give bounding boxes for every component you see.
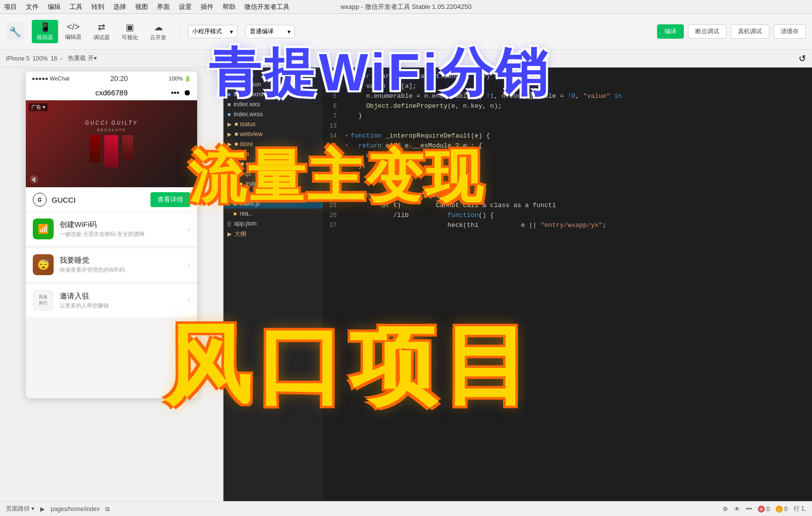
file-item-indexjs[interactable]: ■ index.js: [223, 70, 323, 79]
phone-nav-dots[interactable]: •••: [171, 88, 179, 97]
fold-20[interactable]: ▾: [343, 191, 351, 201]
compile-dropdown-label: 普通编译: [250, 27, 274, 36]
phone-frame: ●●●●● WeChat 20:20 100% 🔋 cxd66789 ••• ⏺…: [26, 72, 197, 398]
menu-item-view[interactable]: 视图: [135, 2, 148, 11]
file-outline[interactable]: ▶ 大纲: [223, 228, 323, 240]
code-16: default: e: [351, 151, 812, 161]
code-line-15: 15 ▾ return e && e.__esModule ? e : {: [323, 141, 812, 151]
file-folder-status[interactable]: ▶ ■ status: [223, 119, 323, 129]
second-toolbar: iPhone 5 100% 16 - 热重载 开▾ ↺: [0, 50, 812, 68]
folder-icon-store: ▶: [227, 141, 231, 147]
file-folder-store[interactable]: ▶ ■ store: [223, 139, 323, 149]
cloud-icon: ☁: [154, 22, 163, 33]
code-line-13: 13: [323, 121, 812, 131]
file-name: index.js: [234, 71, 254, 78]
menu-item-title-sleep: 我要睡觉: [60, 256, 182, 265]
file-name-rea: rea...: [240, 210, 253, 217]
file-name: index.json: [234, 81, 261, 88]
mode-dropdown-label: 小程序模式: [192, 27, 222, 36]
menu-item-settings[interactable]: 设置: [179, 2, 192, 11]
file-appjson[interactable]: {} app.json: [223, 219, 323, 228]
code-4: var n = t[a];: [351, 81, 812, 91]
menu-item-invite[interactable]: 风鱼前行 邀请入驻 让更多的人帮您赚钱 ›: [26, 284, 197, 320]
file-item-indexwxss[interactable]: ■ index.wxss: [223, 109, 323, 119]
editor-icon: </>: [67, 22, 79, 32]
file-item-indexjson[interactable]: {} index.json: [223, 79, 323, 89]
clear-cache-button[interactable]: 清缓存: [773, 24, 806, 39]
phone-nav-right: ••• ⏺: [171, 88, 191, 97]
wxss-file-icon: ■: [227, 111, 231, 117]
code-line-3: 3 ▾ for (var a = 0; a < t.length; a++) {: [323, 72, 812, 81]
code-5: n.enumerable = n.enumerable || !1, n.con…: [351, 91, 812, 101]
refresh-button[interactable]: ↺: [799, 53, 806, 64]
file-utils-indexjs[interactable]: ■ index.js: [223, 199, 323, 209]
js-icon-qs-index: ■: [239, 181, 243, 187]
simulator-button[interactable]: 📱 模拟器: [32, 20, 58, 43]
compile-button[interactable]: 编译: [657, 24, 684, 39]
file-folder-components[interactable]: ▶ ■ components: [223, 159, 323, 169]
line-num-15: 15: [323, 141, 343, 151]
menu-item-wechat-tools[interactable]: 微信开发者工具: [244, 2, 290, 11]
line-num-7: 7: [323, 111, 343, 121]
main-content: ●●●●● WeChat 20:20 100% 🔋 cxd66789 ••• ⏺…: [0, 68, 812, 501]
file-folder-qs[interactable]: ▾ ■ qs: [223, 169, 323, 179]
file-folder-utils[interactable]: ▾ ■ utils: [223, 149, 323, 159]
menu-item-wifi[interactable]: 📶 创建WiFi码 一键连接·无需告知密码·安全防蹭网 ›: [26, 213, 197, 248]
file-qs-indexjs[interactable]: ■ index.js: [223, 179, 323, 189]
device-zoom[interactable]: 100%: [32, 55, 48, 62]
ad-sub-text: ABSOLUTE: [85, 128, 138, 132]
simulator-panel: ●●●●● WeChat 20:20 100% 🔋 cxd66789 ••• ⏺…: [0, 68, 223, 501]
more-icon[interactable]: •••: [746, 506, 752, 513]
file-item-indexwxml[interactable]: ■ index.wxml: [223, 89, 323, 99]
fold-15[interactable]: ▾: [343, 141, 351, 151]
menu-item-edit[interactable]: 编辑: [48, 2, 61, 11]
menu-item-select[interactable]: 选择: [113, 2, 126, 11]
code-line-16: 16 default: e: [323, 151, 812, 161]
menu-item-title-wifi: 创建WiFi码: [60, 220, 182, 229]
menu-item-plugins[interactable]: 插件: [201, 2, 214, 11]
real-device-button[interactable]: 真机调试: [731, 24, 769, 39]
line-num-4: 4: [323, 81, 343, 91]
file-qs-trimjs[interactable]: ■ trim.js: [223, 189, 323, 199]
js-icon-rea: ■: [233, 211, 237, 217]
code-line-4: 4 var n = t[a];: [323, 81, 812, 91]
fold-14[interactable]: ▾: [343, 131, 351, 141]
visualize-button[interactable]: ▣ 可视化: [117, 20, 143, 43]
file-utils-rea[interactable]: ■ rea...: [223, 209, 323, 219]
settings-icon[interactable]: ⚙: [723, 506, 728, 513]
phone-nav-record[interactable]: ⏺: [183, 88, 191, 97]
current-path: pages/home/index: [51, 506, 99, 513]
debugger-button[interactable]: ⇄ 调试器: [88, 20, 115, 43]
editor-button[interactable]: </> 编辑器: [60, 20, 86, 43]
code-14: function _interopRequireDefault(e) {: [351, 131, 812, 141]
fold-3[interactable]: ▾: [343, 72, 351, 81]
menu-item-project[interactable]: 项目: [4, 2, 17, 11]
code-line-27: 27 heck(thi e || "entry/wxapp/yx";: [323, 221, 812, 230]
preview-button[interactable]: 断点调试: [688, 24, 727, 39]
mode-dropdown[interactable]: 小程序模式 ▾: [188, 25, 237, 38]
eye-icon[interactable]: 👁: [734, 506, 740, 513]
copy-icon[interactable]: ⧉: [105, 506, 110, 513]
status-bar-right: ⚙ 👁 ••• ⊗ 0 △ 0 行 1,: [723, 505, 806, 513]
ad-mute-icon[interactable]: 🔇: [30, 175, 38, 183]
menu-bar: 项目 文件 编辑 工具 转到 选择 视图 界面 设置 插件 帮助 微信开发者工具…: [0, 0, 812, 14]
ad-image-area: GUCCI GUILTY ABSOLUTE: [26, 100, 197, 187]
hot-reload-toggle[interactable]: 热重载 开▾: [68, 54, 96, 63]
mode-dropdown-arrow: ▾: [230, 28, 233, 35]
breadcrumb-label[interactable]: 页面路径 ▾: [6, 505, 34, 513]
code-7: }: [351, 111, 812, 121]
file-item-indexwxs[interactable]: ■ index.wxs: [223, 99, 323, 109]
menu-item-help[interactable]: 帮助: [222, 2, 235, 11]
line-num-27: 27: [323, 221, 343, 230]
menu-item-interface[interactable]: 界面: [157, 2, 170, 11]
file-folder-webview[interactable]: ▶ ■ webview: [223, 129, 323, 139]
menu-item-sleep[interactable]: 😴 我要睡觉 快速查看并管理您的WiFi码 ›: [26, 248, 197, 284]
folder-icon-qs: ▾: [233, 171, 236, 177]
menu-item-file[interactable]: 文件: [26, 2, 39, 11]
menu-item-goto[interactable]: 转到: [91, 2, 104, 11]
menu-item-tools[interactable]: 工具: [70, 2, 82, 11]
detail-button[interactable]: 查看详情: [150, 192, 190, 207]
file-name: index.wxss: [234, 111, 263, 118]
cloud-button[interactable]: ☁ 云开发: [145, 20, 171, 43]
compile-dropdown[interactable]: 普通编译 ▾: [245, 25, 295, 38]
